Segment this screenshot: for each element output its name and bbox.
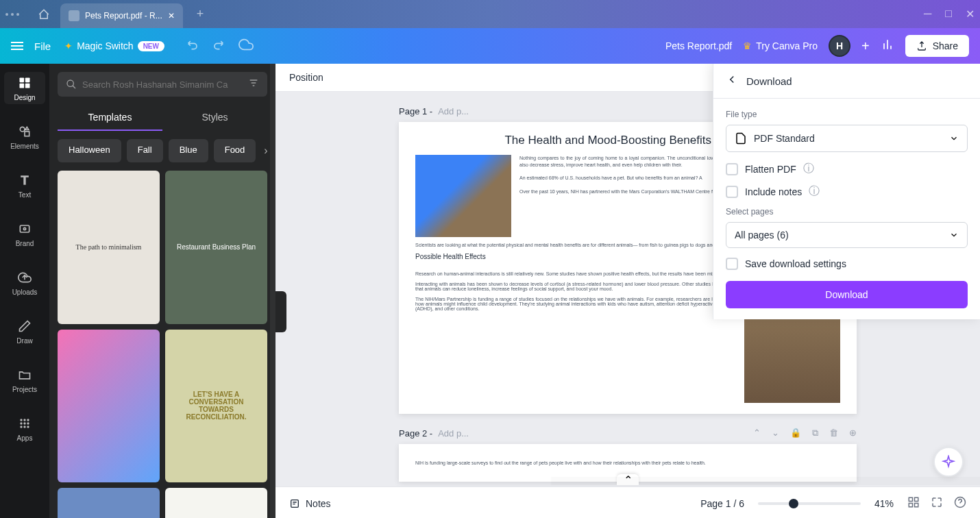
pages-select[interactable]: All pages (6) bbox=[726, 222, 968, 248]
nav-elements[interactable]: Elements bbox=[4, 121, 45, 153]
redo-button[interactable] bbox=[211, 38, 225, 54]
template-card[interactable] bbox=[58, 330, 160, 483]
save-settings-label: Save download settings bbox=[745, 258, 846, 269]
nav-text[interactable]: Text bbox=[4, 169, 45, 201]
notes-label: Notes bbox=[306, 498, 331, 509]
menu-button[interactable] bbox=[11, 42, 23, 50]
flatten-pdf-checkbox[interactable]: Flatten PDF ⓘ bbox=[726, 162, 968, 176]
flatten-label: Flatten PDF bbox=[745, 164, 796, 175]
chip-fall[interactable]: Fall bbox=[127, 139, 163, 162]
zoom-value[interactable]: 41% bbox=[874, 498, 894, 509]
chip-halloween[interactable]: Halloween bbox=[58, 139, 121, 162]
svg-rect-6 bbox=[20, 225, 29, 232]
close-window-icon[interactable]: ✕ bbox=[966, 8, 975, 21]
cloud-sync-icon[interactable] bbox=[238, 37, 254, 55]
share-button[interactable]: Share bbox=[905, 35, 969, 57]
tab-templates[interactable]: Templates bbox=[58, 105, 162, 131]
template-card[interactable]: Restaurant Business Plan bbox=[165, 171, 267, 324]
doc-paragraph: NIH is funding large-scale surveys to fi… bbox=[415, 460, 840, 465]
svg-rect-2 bbox=[20, 84, 25, 88]
template-card[interactable]: The Boogie Days bbox=[165, 488, 267, 518]
home-button[interactable] bbox=[33, 3, 55, 25]
back-button[interactable] bbox=[726, 73, 738, 88]
include-notes-checkbox[interactable]: Include notes ⓘ bbox=[726, 184, 968, 199]
document-tab[interactable]: Pets Report.pdf - R... ✕ bbox=[60, 3, 183, 28]
duplicate-icon[interactable]: ⧉ bbox=[812, 428, 818, 439]
delete-icon[interactable]: 🗑 bbox=[829, 428, 838, 439]
new-badge: NEW bbox=[138, 41, 164, 51]
nav-label: Elements bbox=[10, 143, 39, 150]
svg-rect-5 bbox=[25, 132, 29, 136]
canvas-area: Position Page 1 - Add p... ⌃ ⌄ 🔒 ⧉ 🗑 The… bbox=[275, 64, 980, 518]
select-pages-label: Select pages bbox=[726, 207, 968, 217]
search-box[interactable] bbox=[58, 72, 267, 97]
search-input[interactable] bbox=[82, 79, 243, 90]
sidebar-scrollbar[interactable] bbox=[270, 64, 275, 518]
add-tab-button[interactable]: + bbox=[197, 7, 204, 21]
lock-icon[interactable]: 🔒 bbox=[790, 428, 801, 439]
analytics-icon[interactable] bbox=[881, 38, 894, 54]
page-down-icon[interactable]: ⌄ bbox=[772, 428, 779, 439]
undo-button[interactable] bbox=[186, 38, 200, 54]
elements-icon bbox=[16, 123, 33, 140]
zoom-slider[interactable] bbox=[758, 502, 861, 505]
nav-draw[interactable]: Draw bbox=[4, 315, 45, 347]
page-2-header: Page 2 - Add p... ⌃ ⌄ 🔒 ⧉ 🗑 ⊕ bbox=[399, 428, 857, 439]
svg-rect-20 bbox=[915, 497, 918, 501]
checkbox-icon bbox=[726, 186, 738, 198]
svg-point-12 bbox=[23, 422, 25, 424]
page-title-input[interactable]: Add p... bbox=[438, 428, 748, 439]
info-icon[interactable]: ⓘ bbox=[809, 184, 820, 199]
svg-point-15 bbox=[23, 426, 25, 428]
collapse-sidebar-handle[interactable] bbox=[275, 291, 286, 332]
nav-apps[interactable]: Apps bbox=[4, 412, 45, 445]
checkbox-icon bbox=[726, 258, 738, 270]
save-settings-checkbox[interactable]: Save download settings bbox=[726, 258, 968, 270]
nav-label: Uploads bbox=[12, 288, 38, 296]
minimize-icon[interactable]: ─ bbox=[924, 8, 931, 21]
add-page-icon[interactable]: ⊕ bbox=[849, 428, 857, 439]
checkbox-icon bbox=[726, 163, 738, 175]
nav-label: Design bbox=[14, 94, 35, 101]
template-card[interactable]: Opaline: The Chill Festival bbox=[58, 488, 160, 518]
template-card[interactable]: The path to minimalism bbox=[58, 171, 160, 324]
chip-food[interactable]: Food bbox=[214, 139, 256, 162]
horizontal-scrollbar[interactable] bbox=[551, 477, 980, 485]
download-button[interactable]: Download bbox=[726, 281, 968, 308]
window-titlebar: Pets Report.pdf - R... ✕ + ─ □ ✕ bbox=[0, 0, 980, 28]
ai-assistant-fab[interactable] bbox=[933, 447, 964, 477]
maximize-icon[interactable]: □ bbox=[945, 8, 952, 21]
nav-brand[interactable]: Brand bbox=[4, 218, 45, 250]
page-up-icon[interactable]: ⌃ bbox=[753, 428, 761, 439]
nav-uploads[interactable]: Uploads bbox=[4, 267, 45, 299]
chips-more-icon[interactable]: › bbox=[261, 139, 267, 162]
notes-icon bbox=[289, 498, 300, 509]
zoom-thumb[interactable] bbox=[789, 499, 798, 508]
share-label: Share bbox=[933, 40, 958, 51]
file-menu[interactable]: File bbox=[34, 40, 51, 52]
svg-point-17 bbox=[67, 80, 73, 86]
help-icon[interactable] bbox=[954, 496, 966, 511]
magic-switch-button[interactable]: ✦ Magic Switch NEW bbox=[64, 40, 164, 51]
nav-projects[interactable]: Projects bbox=[4, 364, 45, 396]
try-pro-label: Try Canva Pro bbox=[756, 40, 818, 51]
chip-blue[interactable]: Blue bbox=[169, 139, 208, 162]
info-icon[interactable]: ⓘ bbox=[803, 162, 814, 176]
user-avatar[interactable]: H bbox=[829, 35, 850, 57]
notes-button[interactable]: Notes bbox=[289, 498, 331, 509]
document-title[interactable]: Pets Report.pdf bbox=[665, 40, 732, 51]
upload-icon bbox=[916, 40, 927, 51]
grid-view-icon[interactable] bbox=[907, 496, 920, 511]
pdf-icon bbox=[735, 132, 747, 145]
file-type-select[interactable]: PDF Standard bbox=[726, 125, 968, 152]
close-tab-icon[interactable]: ✕ bbox=[168, 11, 175, 21]
add-collaborator-button[interactable]: + bbox=[861, 38, 870, 54]
page-indicator[interactable]: Page 1 / 6 bbox=[700, 498, 744, 509]
search-filter-icon[interactable] bbox=[248, 77, 259, 91]
window-menu-icon[interactable] bbox=[5, 13, 19, 16]
fullscreen-icon[interactable] bbox=[931, 496, 943, 511]
template-card[interactable]: LET'S HAVE A CONVERSATION TOWARDS RECONC… bbox=[165, 330, 267, 483]
tab-styles[interactable]: Styles bbox=[162, 105, 267, 131]
try-pro-button[interactable]: ♛ Try Canva Pro bbox=[743, 40, 818, 51]
nav-design[interactable]: Design bbox=[4, 72, 45, 104]
